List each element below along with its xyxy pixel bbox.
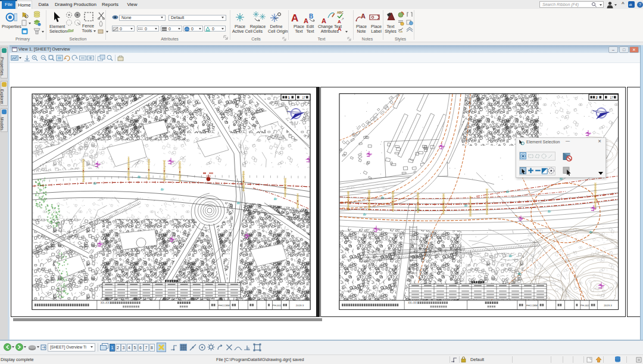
svg-text:XX~XX: XX~XX bbox=[408, 302, 417, 305]
svg-text:PH-002: PH-002 bbox=[580, 304, 589, 307]
svg-text:FHCCBM: FHCCBM bbox=[219, 304, 230, 307]
svg-text:17: 17 bbox=[610, 96, 614, 99]
svg-text:2019.3: 2019.3 bbox=[604, 304, 612, 307]
svg-text:XX~XX: XX~XX bbox=[101, 302, 110, 305]
svg-text:FHCCBM: FHCCBM bbox=[526, 304, 538, 307]
svg-text:PH-001: PH-001 bbox=[273, 304, 282, 307]
svg-text:2019.3: 2019.3 bbox=[296, 304, 304, 307]
svg-text:1: 1 bbox=[288, 96, 290, 99]
svg-text:2: 2 bbox=[596, 96, 598, 99]
svg-text:17: 17 bbox=[302, 96, 306, 99]
